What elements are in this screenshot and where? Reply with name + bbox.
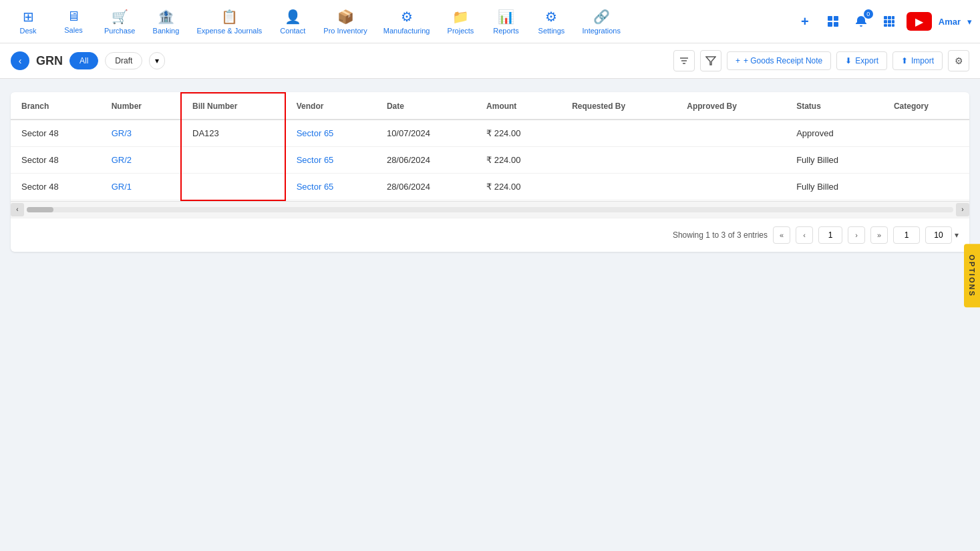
horizontal-scrollbar[interactable]: ‹ › bbox=[11, 201, 969, 218]
svg-rect-9 bbox=[892, 20, 894, 23]
notification-button[interactable]: 0 bbox=[850, 11, 872, 32]
cell-category bbox=[883, 120, 969, 147]
user-dropdown-icon[interactable]: ▾ bbox=[967, 17, 972, 27]
sort-button[interactable] bbox=[673, 50, 695, 71]
tab-draft[interactable]: Draft bbox=[105, 52, 142, 69]
tab-all[interactable]: All bbox=[69, 52, 98, 69]
table-row[interactable]: Sector 48GR/1Sector 6528/06/2024₹ 224.00… bbox=[11, 174, 969, 200]
cell-branch: Sector 48 bbox=[11, 120, 101, 147]
user-menu[interactable]: Amar bbox=[939, 17, 961, 27]
svg-rect-4 bbox=[884, 16, 887, 19]
cell-date: 28/06/2024 bbox=[376, 147, 476, 174]
scroll-thumb[interactable] bbox=[27, 207, 53, 212]
per-page-input[interactable] bbox=[925, 226, 952, 244]
cell-number[interactable]: GR/2 bbox=[101, 147, 181, 174]
col-header-category[interactable]: Category bbox=[883, 93, 969, 120]
cell-category bbox=[883, 147, 969, 174]
youtube-button[interactable]: ▶ bbox=[907, 12, 932, 31]
options-tab[interactable]: OPTIONS bbox=[964, 244, 980, 265]
col-header-number[interactable]: Number bbox=[101, 93, 181, 120]
nav-purchase[interactable]: 🛒 Purchase bbox=[99, 5, 140, 39]
nav-sales[interactable]: 🖥 Sales bbox=[53, 5, 94, 38]
cell-vendor[interactable]: Sector 65 bbox=[285, 147, 376, 174]
cell-vendor[interactable]: Sector 65 bbox=[285, 120, 376, 147]
cell-requested_by bbox=[561, 120, 676, 147]
page-first-button[interactable]: « bbox=[773, 226, 790, 244]
page-next-button[interactable]: › bbox=[848, 226, 865, 244]
nav-contact[interactable]: 👤 Contact bbox=[273, 5, 313, 39]
scroll-left-arrow[interactable]: ‹ bbox=[11, 203, 24, 216]
export-label: Export bbox=[855, 56, 878, 65]
filter-button[interactable] bbox=[700, 50, 721, 71]
col-header-bill-number[interactable]: Bill Number bbox=[181, 93, 285, 120]
integrations-icon: 🔗 bbox=[593, 9, 610, 25]
table-row[interactable]: Sector 48GR/2Sector 6528/06/2024₹ 224.00… bbox=[11, 147, 969, 174]
col-header-branch[interactable]: Branch bbox=[11, 93, 101, 120]
table-scroll[interactable]: Branch Number Bill Number Vendor Date Am… bbox=[11, 92, 969, 218]
col-header-approved-by[interactable]: Approved By bbox=[676, 93, 786, 120]
cell-requested_by bbox=[561, 147, 676, 174]
cell-category bbox=[883, 174, 969, 200]
nav-pro-inventory[interactable]: 📦 Pro Inventory bbox=[318, 5, 372, 39]
tab-dropdown[interactable]: ▾ bbox=[149, 52, 165, 69]
nav-integrations-label: Integrations bbox=[582, 27, 620, 35]
apps-button[interactable] bbox=[878, 11, 900, 32]
cell-amount: ₹ 224.00 bbox=[476, 120, 561, 147]
nav-settings[interactable]: ⚙ Settings bbox=[531, 5, 571, 39]
nav-reports-label: Reports bbox=[493, 27, 519, 35]
nav-expense-label: Expense & Journals bbox=[196, 27, 262, 35]
manufacturing-icon: ⚙ bbox=[401, 9, 413, 25]
cell-number[interactable]: GR/3 bbox=[101, 120, 181, 147]
nav-projects[interactable]: 📁 Projects bbox=[440, 5, 480, 39]
grn-table: Branch Number Bill Number Vendor Date Am… bbox=[11, 92, 969, 201]
nav-banking-label: Banking bbox=[153, 27, 180, 35]
nav-manufacturing[interactable]: ⚙ Manufacturing bbox=[378, 5, 436, 39]
page-last-button[interactable]: » bbox=[870, 226, 888, 244]
cell-approved_by bbox=[676, 174, 786, 200]
purchase-icon: 🛒 bbox=[112, 9, 128, 25]
page-title: GRN bbox=[36, 54, 63, 68]
projects-icon: 📁 bbox=[452, 9, 469, 25]
main-content: Branch Number Bill Number Vendor Date Am… bbox=[0, 79, 980, 265]
top-nav: ⊞ Desk 🖥 Sales 🛒 Purchase 🏦 Banking 📋 Ex… bbox=[0, 0, 980, 43]
add-button[interactable]: + bbox=[794, 11, 816, 32]
showing-text: Showing 1 to 3 of 3 entries bbox=[673, 230, 768, 240]
scroll-track[interactable] bbox=[27, 207, 953, 212]
goods-receipt-note-label: + Goods Receipt Note bbox=[744, 56, 822, 65]
page-prev-button[interactable]: ‹ bbox=[796, 226, 813, 244]
col-header-vendor[interactable]: Vendor bbox=[285, 93, 376, 120]
nav-reports[interactable]: 📊 Reports bbox=[486, 5, 526, 39]
cell-number[interactable]: GR/1 bbox=[101, 174, 181, 200]
col-header-amount[interactable]: Amount bbox=[476, 93, 561, 120]
nav-expense[interactable]: 📋 Expense & Journals bbox=[191, 5, 267, 39]
cell-vendor[interactable]: Sector 65 bbox=[285, 174, 376, 200]
jump-to-input[interactable] bbox=[893, 226, 920, 244]
expense-icon: 📋 bbox=[221, 9, 238, 25]
scroll-right-arrow[interactable]: › bbox=[956, 203, 969, 216]
col-header-requested-by[interactable]: Requested By bbox=[561, 93, 676, 120]
table-row[interactable]: Sector 48GR/3DA123Sector 6510/07/2024₹ 2… bbox=[11, 120, 969, 147]
import-button[interactable]: ⬆ Import bbox=[892, 51, 943, 70]
cell-branch: Sector 48 bbox=[11, 174, 101, 200]
nav-desk-label: Desk bbox=[19, 27, 36, 35]
cell-amount: ₹ 224.00 bbox=[476, 174, 561, 200]
page-number-input[interactable] bbox=[818, 226, 842, 244]
cell-date: 28/06/2024 bbox=[376, 174, 476, 200]
export-button[interactable]: ⬇ Export bbox=[836, 51, 887, 70]
table-settings-button[interactable]: ⚙ bbox=[948, 50, 969, 71]
goods-receipt-note-button[interactable]: + + Goods Receipt Note bbox=[727, 51, 831, 70]
cell-status: Fully Billed bbox=[786, 174, 883, 200]
col-header-date[interactable]: Date bbox=[376, 93, 476, 120]
svg-rect-3 bbox=[834, 22, 838, 27]
grid-view-button[interactable] bbox=[822, 11, 844, 32]
nav-integrations[interactable]: 🔗 Integrations bbox=[577, 5, 625, 39]
per-page-dropdown-icon[interactable]: ▾ bbox=[955, 230, 959, 240]
col-header-status[interactable]: Status bbox=[786, 93, 883, 120]
nav-desk[interactable]: ⊞ Desk bbox=[8, 5, 48, 39]
cell-amount: ₹ 224.00 bbox=[476, 147, 561, 174]
cell-approved_by bbox=[676, 120, 786, 147]
table-container: Branch Number Bill Number Vendor Date Am… bbox=[11, 92, 969, 252]
back-button[interactable]: ‹ bbox=[11, 51, 29, 70]
contact-icon: 👤 bbox=[285, 9, 301, 25]
nav-banking[interactable]: 🏦 Banking bbox=[146, 5, 186, 39]
